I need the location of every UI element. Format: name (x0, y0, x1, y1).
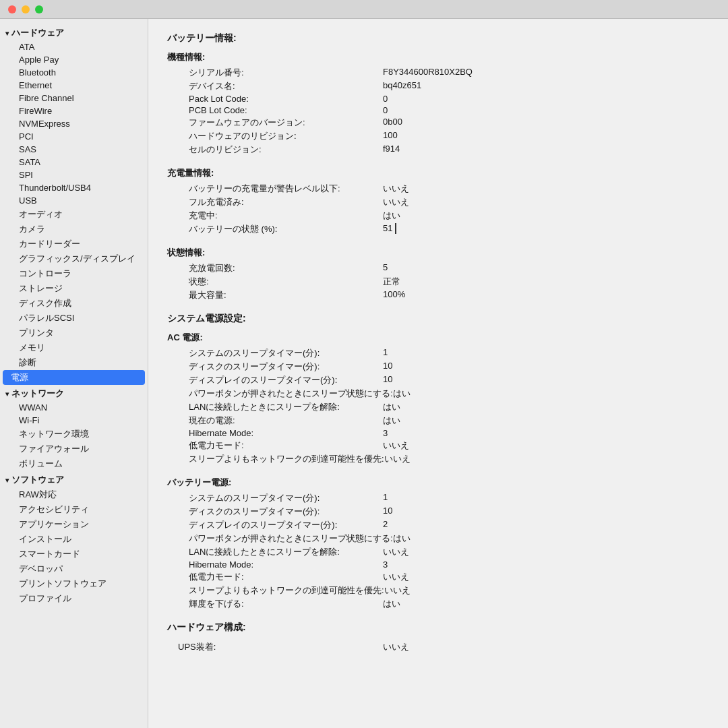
bat-low-power-value: いいえ (383, 571, 409, 583)
full-charge-value: いいえ (383, 196, 409, 208)
sidebar-item-NVMExpress[interactable]: NVMExpress (0, 117, 148, 130)
sidebar-item-SPI[interactable]: SPI (0, 169, 148, 181)
sidebar-item-プリントソフトウェア[interactable]: プリントソフトウェア (0, 576, 148, 591)
sidebar-item-メモリ[interactable]: メモリ (0, 340, 148, 355)
sidebar-item-デベロッパ[interactable]: デベロッパ (0, 562, 148, 576)
ac-power-button-sleep-value: はい (393, 388, 411, 400)
sidebar-item-Ethernet[interactable]: Ethernet (0, 79, 148, 92)
below-warn-row: バッテリーの充電量が警告レベル以下: いいえ (167, 182, 709, 195)
hw-revision-value: 100 (383, 130, 398, 142)
sidebar-item-診断[interactable]: 診断 (0, 355, 148, 370)
sidebar-section-header[interactable]: ▾ ネットワーク (0, 385, 148, 401)
sidebar-item-Fibre Channel[interactable]: Fibre Channel (0, 92, 148, 104)
bat-display-sleep-label: ディスプレイのスリープタイマー(分): (167, 519, 383, 531)
sidebar-item-パラレルSCSI[interactable]: パラレルSCSI (0, 311, 148, 326)
ac-disk-sleep-row: ディスクのスリープタイマー(分): 10 (167, 360, 709, 373)
pack-lot-value: 0 (383, 94, 388, 104)
sidebar-item-グラフィックス/ディスプレイ[interactable]: グラフィックス/ディスプレイ (0, 251, 148, 266)
cycle-count-value: 5 (383, 262, 388, 274)
sidebar-item-PCI[interactable]: PCI (0, 130, 148, 143)
max-capacity-label: 最大容量: (167, 289, 383, 301)
ups-row: UPS装着: いいえ (167, 640, 709, 654)
ac-power-button-sleep-label: パワーボタンが押されたときにスリープ状態にする: (167, 388, 393, 400)
bat-disk-sleep-value: 10 (383, 506, 392, 518)
sidebar-item-Wi-Fi[interactable]: Wi-Fi (0, 414, 148, 427)
sidebar-item-プロファイル[interactable]: プロファイル (0, 591, 148, 606)
sidebar-item-USB[interactable]: USB (0, 194, 148, 207)
machine-info-section: 機種情報: シリアル番号: F8Y344600R810X2BQ デバイス名: b… (167, 51, 709, 156)
sidebar-item-オーディオ[interactable]: オーディオ (0, 207, 148, 222)
charging-label: 充電中: (167, 210, 383, 222)
pack-lot-row: Pack Lot Code: 0 (167, 93, 709, 104)
ac-disk-sleep-value: 10 (383, 361, 392, 373)
maximize-button[interactable] (35, 5, 43, 13)
ac-display-sleep-row: ディスプレイのスリープタイマー(分): 10 (167, 373, 709, 387)
ac-display-sleep-label: ディスプレイのスリープタイマー(分): (167, 374, 383, 386)
bat-hibernate-value: 3 (383, 559, 388, 570)
sidebar-item-カードリーダー[interactable]: カードリーダー (0, 237, 148, 251)
sidebar-item-アプリケーション[interactable]: アプリケーション (0, 517, 148, 532)
status-info-title: 状態情報: (167, 247, 709, 259)
sidebar-item-SATA[interactable]: SATA (0, 156, 148, 169)
ups-label: UPS装着: (167, 641, 383, 653)
sidebar-item-コントローラ[interactable]: コントローラ (0, 266, 148, 281)
bat-power-button-sleep-value: はい (393, 533, 411, 545)
device-name-value: bq40z651 (383, 80, 421, 92)
sidebar-item-ATA[interactable]: ATA (0, 40, 148, 53)
condition-value: 正常 (383, 276, 400, 288)
sidebar-item-ストレージ[interactable]: ストレージ (0, 281, 148, 296)
sidebar-item-インストール[interactable]: インストール (0, 532, 148, 547)
ac-display-sleep-value: 10 (383, 374, 392, 386)
ac-power-section: AC 電源: システムのスリープタイマー(分): 1 ディスクのスリープタイマー… (167, 332, 709, 466)
bat-network-access-label: スリープよりもネットワークの到達可能性を優先: (167, 584, 384, 597)
ac-hibernate-label: Hibernate Mode: (167, 428, 383, 438)
sidebar-item-Thunderbolt/USB4[interactable]: Thunderbolt/USB4 (0, 181, 148, 194)
serial-row: シリアル番号: F8Y344600R810X2BQ (167, 66, 709, 80)
sidebar-item-電源[interactable]: 電源 (3, 370, 145, 385)
bat-display-sleep-value: 2 (383, 519, 388, 531)
sidebar-item-WWAN[interactable]: WWAN (0, 401, 148, 414)
sidebar-item-ネットワーク環境[interactable]: ネットワーク環境 (0, 427, 148, 442)
bat-network-access-value: いいえ (384, 584, 411, 597)
sidebar-item-プリンタ[interactable]: プリンタ (0, 326, 148, 340)
close-button[interactable] (8, 5, 16, 13)
bat-low-power-row: 低電力モード: いいえ (167, 570, 709, 584)
sidebar-item-Apple Pay[interactable]: Apple Pay (0, 53, 148, 66)
bat-brightness-value: はい (383, 598, 400, 610)
sidebar-item-ボリューム[interactable]: ボリューム (0, 456, 148, 471)
hw-revision-label: ハードウェアのリビジョン: (167, 130, 383, 142)
power-settings-title: システム電源設定: (167, 313, 709, 325)
ups-value: いいえ (383, 641, 409, 653)
sidebar-item-SAS[interactable]: SAS (0, 143, 148, 156)
bat-display-sleep-row: ディスプレイのスリープタイマー(分): 2 (167, 518, 709, 532)
main-container: ▾ ハードウェアATAApple PayBluetoothEthernetFib… (0, 19, 728, 728)
bat-lan-wake-label: LANに接続したときにスリープを解除: (167, 546, 383, 558)
sidebar-item-Bluetooth[interactable]: Bluetooth (0, 66, 148, 79)
minimize-button[interactable] (22, 5, 30, 13)
sidebar-section-header[interactable]: ▾ ハードウェア (0, 24, 148, 40)
sidebar-item-ファイアウォール[interactable]: ファイアウォール (0, 442, 148, 456)
sidebar-item-アクセシビリティ[interactable]: アクセシビリティ (0, 502, 148, 517)
sidebar-item-FireWire[interactable]: FireWire (0, 104, 148, 117)
ac-sleep-value: 1 (383, 347, 388, 359)
title-bar (0, 0, 728, 19)
bat-sleep-row: システムのスリープタイマー(分): 1 (167, 491, 709, 505)
bat-hibernate-row: Hibernate Mode: 3 (167, 559, 709, 570)
firmware-row: ファームウェアのバージョン: 0b00 (167, 116, 709, 129)
sidebar-item-スマートカード[interactable]: スマートカード (0, 547, 148, 562)
sidebar-section-header[interactable]: ▾ ソフトウェア (0, 471, 148, 487)
battery-power-section: バッテリー電源: システムのスリープタイマー(分): 1 ディスクのスリープタイ… (167, 477, 709, 611)
ac-low-power-row: 低電力モード: いいえ (167, 439, 709, 452)
ac-lan-wake-value: はい (383, 401, 400, 413)
ac-lan-wake-label: LANに接続したときにスリープを解除: (167, 401, 383, 413)
battery-power-title: バッテリー電源: (167, 477, 709, 489)
bat-lan-wake-value: いいえ (383, 546, 409, 558)
sidebar-item-RAW対応[interactable]: RAW対応 (0, 487, 148, 502)
ac-power-button-sleep-row: パワーボタンが押されたときにスリープ状態にする: はい (167, 387, 709, 400)
ac-hibernate-row: Hibernate Mode: 3 (167, 427, 709, 439)
sidebar-item-ディスク作成[interactable]: ディスク作成 (0, 296, 148, 311)
sidebar-item-カメラ[interactable]: カメラ (0, 222, 148, 237)
pcb-lot-row: PCB Lot Code: 0 (167, 104, 709, 116)
serial-value: F8Y344600R810X2BQ (383, 67, 473, 79)
ac-current-power-row: 現在の電源: はい (167, 414, 709, 427)
